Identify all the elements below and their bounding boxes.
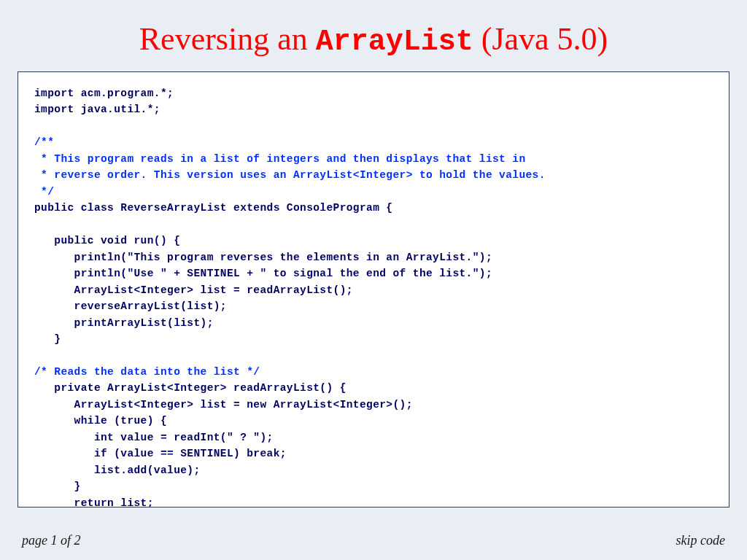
page-indicator: page 1 of 2 [22, 533, 81, 548]
code-comment: */ [34, 186, 54, 198]
code-line: while (true) { [34, 415, 167, 427]
code-line: ArrayList<Integer> list = readArrayList(… [34, 284, 353, 296]
code-line: public class ReverseArrayList extends Co… [34, 202, 392, 214]
code-container: import acm.program.*; import java.util.*… [18, 71, 729, 508]
code-line: list.add(value); [34, 464, 201, 476]
code-line: int value = readInt(" ? "); [34, 432, 274, 443]
code-comment: /** [34, 136, 54, 148]
footer: page 1 of 2 skip code [0, 533, 747, 548]
code-line: import acm.program.*; [34, 88, 174, 99]
code-line: println("Use " + SENTINEL + " to signal … [34, 268, 492, 279]
code-comment: * reverse order. This version uses an Ar… [34, 169, 546, 181]
code-line: printArrayList(list); [34, 317, 214, 329]
skip-code-link[interactable]: skip code [676, 533, 725, 548]
title-mono: ArrayList [316, 26, 473, 58]
code-line: private ArrayList<Integer> readArrayList… [34, 382, 347, 394]
code-line: } [34, 333, 61, 345]
code-line: println("This program reverses the eleme… [34, 252, 492, 263]
code-line: reverseArrayList(list); [34, 300, 227, 312]
slide-title: Reversing an ArrayList (Java 5.0) [0, 0, 747, 71]
code-line: ArrayList<Integer> list = new ArrayList<… [34, 399, 413, 411]
code-line: return list; [34, 497, 154, 508]
code-line: import java.util.*; [34, 104, 160, 115]
code-line: public void run() { [34, 235, 180, 246]
code-comment: * This program reads in a list of intege… [34, 153, 526, 165]
code-listing: import acm.program.*; import java.util.*… [34, 85, 713, 508]
code-line: } [34, 481, 81, 492]
title-part1: Reversing an [139, 21, 316, 57]
code-line: if (value == SENTINEL) break; [34, 448, 287, 459]
title-part2: (Java 5.0) [473, 21, 608, 57]
code-comment: /* Reads the data into the list */ [34, 366, 260, 378]
